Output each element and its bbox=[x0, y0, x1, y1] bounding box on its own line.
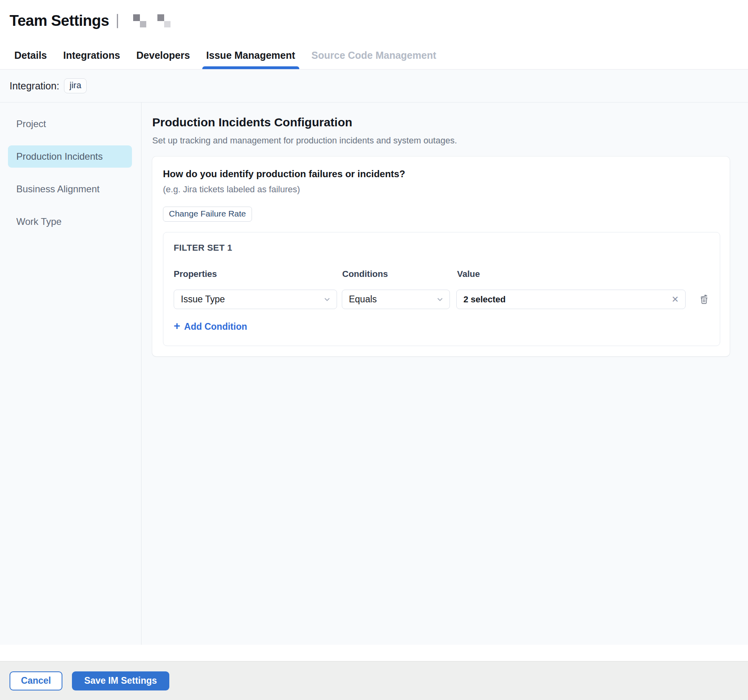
conditions-column-label: Conditions bbox=[342, 269, 457, 279]
integration-label: Integration: bbox=[10, 80, 59, 92]
content-area: Project Production Incidents Business Al… bbox=[0, 102, 748, 645]
trash-icon bbox=[699, 294, 709, 305]
question-hint: (e.g. Jira tickets labeled as failures) bbox=[163, 184, 720, 195]
main-panel: Production Incidents Configuration Set u… bbox=[141, 102, 748, 645]
tab-bar: Details Integrations Developers Issue Ma… bbox=[0, 42, 748, 70]
section-subtitle: Set up tracking and management for produ… bbox=[152, 135, 730, 146]
value-column-label: Value bbox=[457, 269, 687, 279]
sidebar-item-work-type[interactable]: Work Type bbox=[8, 211, 132, 233]
integration-logo-icon bbox=[157, 14, 171, 28]
integration-bar: Integration: jira bbox=[0, 70, 748, 102]
property-select-value: Issue Type bbox=[181, 294, 225, 305]
condition-select[interactable]: Equals bbox=[342, 290, 450, 309]
tab-developers[interactable]: Developers bbox=[136, 42, 191, 69]
sidebar-item-business-alignment[interactable]: Business Alignment bbox=[8, 178, 132, 200]
app-header: Team Settings bbox=[0, 0, 748, 42]
footer-spacer bbox=[0, 645, 748, 661]
settings-sidebar: Project Production Incidents Business Al… bbox=[0, 102, 141, 645]
value-multiselect[interactable]: 2 selected ✕ bbox=[456, 290, 686, 309]
incidents-config-card: How do you identify production failures … bbox=[152, 157, 730, 356]
add-condition-label: Add Condition bbox=[184, 321, 247, 332]
value-selected-count: 2 selected bbox=[463, 294, 506, 305]
filter-set-title: FILTER SET 1 bbox=[174, 243, 709, 253]
condition-select-value: Equals bbox=[349, 294, 377, 305]
delete-condition-button[interactable] bbox=[699, 294, 709, 305]
tab-details[interactable]: Details bbox=[14, 42, 48, 69]
tab-issue-management[interactable]: Issue Management bbox=[205, 42, 296, 69]
cancel-button[interactable]: Cancel bbox=[10, 671, 62, 690]
properties-column-label: Properties bbox=[174, 269, 342, 279]
plus-icon: + bbox=[174, 321, 180, 332]
page-title: Team Settings bbox=[10, 12, 109, 29]
clear-selection-icon[interactable]: ✕ bbox=[671, 294, 680, 305]
save-im-settings-button[interactable]: Save IM Settings bbox=[72, 671, 169, 690]
section-title: Production Incidents Configuration bbox=[152, 116, 730, 129]
integration-logo-icon bbox=[133, 14, 147, 28]
filter-set-card: FILTER SET 1 Properties Conditions Value… bbox=[163, 232, 720, 346]
sidebar-item-production-incidents[interactable]: Production Incidents bbox=[8, 145, 132, 168]
change-failure-rate-chip[interactable]: Change Failure Rate bbox=[163, 207, 252, 222]
tab-source-code-management[interactable]: Source Code Management bbox=[311, 42, 437, 69]
integration-badge: jira bbox=[64, 78, 87, 93]
add-condition-button[interactable]: + Add Condition bbox=[174, 321, 247, 332]
filter-condition-row: Issue Type Equals 2 selected ✕ bbox=[174, 290, 709, 309]
property-select[interactable]: Issue Type bbox=[174, 290, 337, 309]
sidebar-item-project[interactable]: Project bbox=[8, 113, 132, 135]
action-footer: Cancel Save IM Settings bbox=[0, 661, 748, 700]
chevron-down-icon bbox=[323, 296, 331, 304]
chevron-down-icon bbox=[436, 296, 444, 304]
tab-integrations[interactable]: Integrations bbox=[62, 42, 121, 69]
title-divider bbox=[117, 14, 118, 28]
filter-column-headers: Properties Conditions Value bbox=[174, 269, 709, 279]
question-heading: How do you identify production failures … bbox=[163, 168, 720, 180]
